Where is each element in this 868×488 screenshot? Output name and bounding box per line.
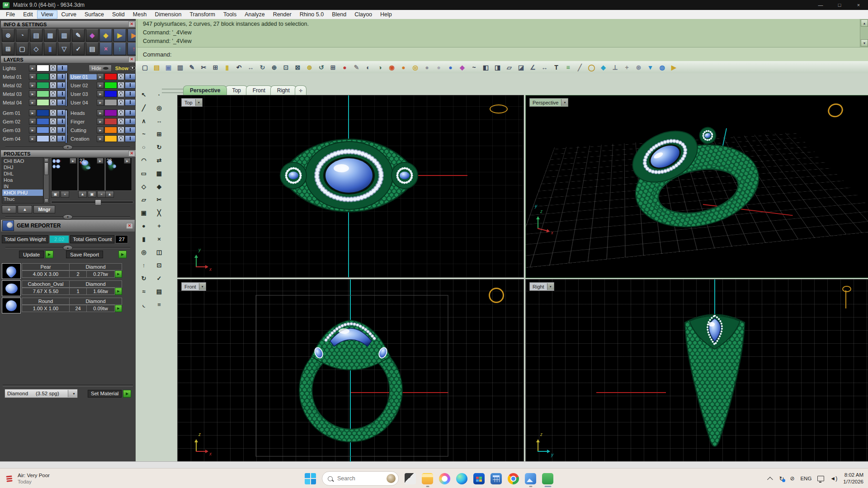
thumbnail-button[interactable]: ▲ <box>105 191 114 198</box>
lock-icon[interactable] <box>50 73 57 80</box>
command-history[interactable]: 947 polysurfaces, 2 curves, 27 block ins… <box>136 19 868 48</box>
taskbar-app-icon[interactable] <box>473 473 485 484</box>
material-dropdown[interactable]: Diamond (3.52 spg) ▼ <box>5 389 78 398</box>
layer-name[interactable]: Lights <box>2 66 29 71</box>
info-tool-icon[interactable]: ◇ <box>30 43 42 55</box>
side-tool-icon[interactable]: ↖ <box>138 90 149 100</box>
close-icon[interactable]: ✕ <box>128 57 135 62</box>
save-report-button[interactable]: Save Report <box>66 251 103 258</box>
menu-item[interactable]: Edit <box>19 11 37 18</box>
volume-icon[interactable]: ◄) <box>830 475 837 482</box>
layer-flyout-icon[interactable]: ▶ <box>97 135 104 142</box>
set-material-button[interactable]: Set Material <box>88 390 122 398</box>
toolbar-icon[interactable]: ▶ <box>668 62 679 73</box>
layer-name[interactable]: User 01 <box>70 74 97 80</box>
lock-icon[interactable] <box>50 135 57 142</box>
project-item[interactable]: IN <box>2 183 43 190</box>
info-tool-icon[interactable]: ⊛ <box>2 29 14 42</box>
viewport-right[interactable]: Right ▼ z y <box>525 279 868 462</box>
toolbar-icon[interactable]: ▥ <box>175 62 186 73</box>
toolbar-icon[interactable]: ● <box>421 62 433 73</box>
project-manager-button[interactable]: Mngr <box>33 205 55 213</box>
hide-button[interactable]: Hide <box>89 65 112 72</box>
side-tool-icon[interactable]: ◇ <box>138 181 149 192</box>
gem-row-action-icon[interactable]: ▶ <box>115 288 122 295</box>
toolbar-icon[interactable]: + <box>621 62 632 73</box>
lock-icon[interactable] <box>50 127 57 133</box>
toolbar-icon[interactable]: ▮ <box>222 62 233 73</box>
close-button[interactable]: × <box>849 0 868 10</box>
layer-color-swatch[interactable] <box>37 90 49 97</box>
side-tool-icon[interactable]: ▭ <box>138 168 149 179</box>
side-tool-icon[interactable]: ✂ <box>154 194 165 205</box>
lock-icon[interactable] <box>50 82 57 89</box>
layer-color-swatch[interactable] <box>104 118 117 125</box>
side-tool-icon[interactable]: ▣ <box>138 208 149 218</box>
menu-item[interactable]: Help <box>377 11 396 18</box>
layer-color-swatch[interactable] <box>37 135 49 142</box>
eye-hidden-icon[interactable]: ⊘ <box>790 475 794 482</box>
layer-name[interactable]: User 04 <box>70 100 97 105</box>
viewport-label-right[interactable]: Right ▼ <box>529 282 554 291</box>
layer-name[interactable]: Creation <box>70 136 97 142</box>
toolbar-icon[interactable]: ◉ <box>386 62 397 73</box>
weather-widget[interactable]: Air: Very Poor Today <box>5 472 50 485</box>
project-thumbnail[interactable]: ▶ ▣ × <box>51 157 77 198</box>
thumbnail-slider[interactable] <box>51 201 133 204</box>
layer-visibility-toggle[interactable] <box>125 127 136 133</box>
tray-chevron-up-icon[interactable] <box>769 477 773 481</box>
collapse-button[interactable]: ▼ <box>63 214 73 220</box>
display-icon[interactable] <box>817 476 824 481</box>
layer-color-swatch[interactable] <box>104 90 117 97</box>
info-tool-icon[interactable]: ▮ <box>44 43 57 55</box>
project-item[interactable]: Hoa <box>2 177 43 183</box>
layer-color-swatch[interactable] <box>104 109 117 116</box>
info-tool-icon[interactable]: ▶ <box>113 29 126 42</box>
side-tool-icon[interactable]: ◫ <box>154 247 165 257</box>
info-tool-icon[interactable]: ▥ <box>58 29 71 42</box>
thumbnail-flyout-icon[interactable]: ▶ <box>97 158 104 164</box>
toolbar-icon[interactable]: ● <box>445 62 456 73</box>
menu-item[interactable]: Transform <box>186 11 219 18</box>
layer-visibility-toggle[interactable] <box>125 118 136 125</box>
layer-name[interactable]: Finger <box>70 119 97 124</box>
search-box[interactable] <box>322 471 399 486</box>
slider-thumb[interactable] <box>95 199 101 205</box>
lock-icon[interactable] <box>50 90 57 97</box>
toolbar-icon[interactable]: ◆ <box>457 62 468 73</box>
info-tool-icon[interactable]: ◆ <box>86 29 99 42</box>
info-tool-icon[interactable]: ◆ <box>99 29 112 42</box>
close-icon[interactable]: ✕ <box>126 223 133 229</box>
lock-icon[interactable] <box>118 82 124 89</box>
collapse-button[interactable]: ▲ <box>63 245 73 251</box>
layer-name[interactable]: Metal 02 <box>2 83 29 88</box>
layer-name[interactable]: Gem 01 <box>2 110 29 116</box>
side-tool-icon[interactable]: + <box>154 221 165 231</box>
toolbar-icon[interactable]: ◎ <box>410 62 421 73</box>
viewport-label-perspective[interactable]: Perspective ▼ <box>529 98 568 107</box>
layer-visibility-toggle[interactable] <box>125 135 136 142</box>
layer-color-swatch[interactable] <box>104 127 117 133</box>
info-tool-icon[interactable]: ▢ <box>16 43 28 55</box>
menu-item[interactable]: Tools <box>220 11 240 18</box>
info-tool-icon[interactable]: ▤ <box>86 43 99 55</box>
chevron-down-icon[interactable]: ▼ <box>547 283 554 290</box>
side-tool-icon[interactable]: ● <box>138 221 149 231</box>
viewport-label-front[interactable]: Front ▼ <box>181 282 206 291</box>
thumbnail-button[interactable]: × <box>61 191 69 198</box>
chevron-down-icon[interactable]: ▼ <box>195 99 202 106</box>
command-scrollbar[interactable]: ▲ ▼ <box>860 19 868 47</box>
layer-color-swatch[interactable] <box>37 65 49 71</box>
info-tool-icon[interactable]: ◔ <box>16 29 28 42</box>
chevron-down-icon[interactable]: ▼ <box>68 390 77 397</box>
lock-icon[interactable] <box>50 99 57 106</box>
update-button[interactable]: Update <box>19 251 44 258</box>
layer-color-swatch[interactable] <box>37 109 49 116</box>
scroll-up-icon[interactable]: ▲ <box>861 19 868 27</box>
lock-icon[interactable] <box>118 90 124 97</box>
viewport-tab[interactable]: Perspective <box>183 85 227 95</box>
side-tool-icon[interactable]: ╱ <box>138 103 149 113</box>
layer-flyout-icon[interactable]: ▶ <box>97 82 104 89</box>
start-button[interactable] <box>305 473 316 484</box>
show-button[interactable]: Show <box>115 66 136 71</box>
